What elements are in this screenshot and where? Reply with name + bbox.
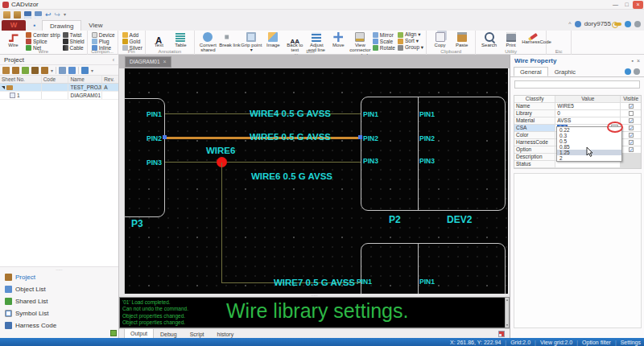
folder-icon[interactable]	[14, 11, 21, 19]
ribbon-button-gold[interactable]: Gold	[122, 38, 142, 44]
ribbon-button-break-link[interactable]: Break link	[219, 31, 241, 47]
app-menu-button[interactable]: W	[2, 20, 26, 31]
undo-icon[interactable]: ↩	[45, 11, 52, 19]
expand-icon[interactable]	[2, 86, 5, 89]
ribbon-button-print[interactable]: Print	[500, 31, 522, 47]
ribbon-button-image[interactable]: Image	[262, 31, 284, 47]
checkbox-checked[interactable]: ✓	[629, 133, 634, 138]
username[interactable]: dory9755	[584, 20, 611, 27]
open-project-icon[interactable]	[2, 67, 10, 74]
console-save-icon[interactable]	[498, 331, 505, 337]
pin-panel-icon[interactable]: ▪	[631, 58, 633, 64]
status-item-settings[interactable]: Settings	[621, 340, 641, 345]
property-row-library[interactable]: Library0	[514, 110, 641, 117]
ribbon-button-scale[interactable]: Scale	[373, 38, 395, 44]
visible-cell[interactable]: ✓	[621, 103, 641, 109]
ribbon-button-harnesscode[interactable]: HarnessCode	[522, 31, 543, 44]
ribbon-button-move[interactable]: Move	[328, 31, 349, 47]
sidebar-item-object-list[interactable]: Object List	[0, 283, 118, 295]
property-row-name[interactable]: NameWIRE5✓	[514, 103, 641, 110]
tab-graphic[interactable]: Graphic	[548, 67, 582, 76]
value-cell[interactable]	[555, 161, 621, 167]
ribbon-button-search[interactable]: Search	[478, 31, 500, 47]
ribbon-button-device[interactable]: Device	[92, 31, 115, 38]
project-row-test-project01[interactable]: TEST_PROJECT01A	[0, 84, 118, 92]
wire6-line[interactable]	[165, 162, 361, 163]
folder-icon[interactable]	[31, 67, 39, 74]
project-icon[interactable]	[12, 67, 19, 74]
sidebar-item-symbol-list[interactable]: Symbol List	[0, 307, 118, 319]
dropdown-option-0-3[interactable]: 0.3	[557, 133, 621, 138]
property-filter-input[interactable]	[514, 80, 640, 89]
ribbon-button-text[interactable]: Text	[148, 31, 170, 47]
status-item-option-filter[interactable]: Option filter	[582, 340, 611, 345]
dropdown-option-0-5[interactable]: 0.5	[557, 138, 621, 144]
ribbon-button-center-strip[interactable]: Center strip	[26, 31, 60, 38]
list-view-icon[interactable]	[59, 67, 66, 74]
checkbox-checked[interactable]: ✓	[629, 118, 634, 123]
ribbon-button-align[interactable]: Align ▾	[398, 31, 423, 38]
visible-cell[interactable]: ✓	[621, 117, 641, 124]
visible-cell[interactable]: ✓	[621, 125, 641, 131]
selection-handle[interactable]	[358, 135, 362, 139]
ribbon-button-sort[interactable]: Sort ▾	[398, 38, 423, 44]
options-icon[interactable]	[634, 68, 640, 75]
help-icon[interactable]	[625, 21, 631, 27]
save-icon[interactable]	[24, 11, 31, 19]
visible-cell[interactable]: ✓	[621, 146, 641, 153]
key-icon[interactable]	[614, 23, 621, 26]
visible-cell[interactable]	[621, 110, 641, 117]
tab-general[interactable]: General	[514, 67, 548, 76]
visible-cell[interactable]: ✓	[621, 132, 641, 138]
status-item-x[interactable]: X: 261.86, Y: 222.94	[450, 340, 501, 345]
redo-icon[interactable]: ↪	[55, 11, 61, 19]
close-panel-icon[interactable]: ×	[637, 58, 640, 64]
close-button[interactable]: ×	[633, 1, 643, 9]
collapse-panel-icon[interactable]: ‹	[113, 57, 114, 63]
sidebar-item-shared-list[interactable]: Shared List	[0, 295, 118, 307]
info-icon[interactable]	[634, 21, 641, 27]
user-menu-icon[interactable]	[81, 67, 89, 74]
left-splitter[interactable]	[119, 68, 125, 294]
sidebar-item-harness-code[interactable]: Harness Code	[0, 319, 118, 332]
caret-icon[interactable]: ▾	[64, 11, 66, 19]
tab-view[interactable]: View	[81, 20, 109, 31]
status-item-grid[interactable]: Grid:2.0	[510, 340, 530, 345]
visible-cell[interactable]: ✓	[621, 139, 641, 146]
minimize-button[interactable]: —	[610, 1, 621, 9]
document-tab-close-icon[interactable]: ×	[163, 57, 167, 67]
property-row-status[interactable]: Status	[514, 161, 641, 168]
folder-menu-icon[interactable]	[41, 67, 48, 74]
bottom-device-block[interactable]	[361, 243, 506, 294]
tab-drawing[interactable]: Drawing	[42, 20, 81, 31]
project-green-icon[interactable]	[22, 67, 29, 74]
ribbon-button-twist[interactable]: Twist	[63, 31, 85, 38]
checkbox-checked[interactable]: ✓	[629, 104, 634, 109]
collapse-ribbon-icon[interactable]: ^	[568, 21, 571, 27]
wire7-vertical-line[interactable]	[221, 163, 222, 283]
maximize-button[interactable]: □	[621, 1, 632, 9]
saveall-icon[interactable]	[35, 11, 42, 19]
checkbox-unchecked[interactable]	[629, 111, 634, 116]
pin-tab[interactable]: ▪	[27, 20, 42, 31]
value-cell[interactable]: WIRE5	[555, 103, 621, 109]
sidebar-item-project[interactable]: Project	[0, 271, 118, 283]
open-icon[interactable]	[3, 11, 10, 19]
checkbox-checked[interactable]: ✓	[629, 140, 634, 145]
refresh-icon[interactable]	[625, 68, 631, 75]
ribbon-button-copy[interactable]: Copy	[429, 31, 451, 47]
status-item-view-grid[interactable]: View grid:2.0	[540, 340, 572, 345]
diagram-canvas[interactable]: PIN1 PIN2 PIN3 P3 PIN1 PIN2 PIN3 PIN1 PI…	[125, 68, 508, 294]
ribbon-button-paste[interactable]: Paste	[451, 31, 473, 47]
visible-cell[interactable]	[621, 154, 641, 160]
ribbon-button-table[interactable]: Table	[170, 31, 192, 47]
project-row-diagram01[interactable]: 1DIAGRAM01	[0, 92, 118, 100]
visible-cell[interactable]	[621, 161, 641, 167]
ribbon-button-plug[interactable]: Plug	[92, 38, 115, 44]
ribbon-button-add[interactable]: Add	[122, 31, 142, 38]
ribbon-button-splice[interactable]: Splice	[26, 38, 60, 44]
ribbon-button-shield[interactable]: Shield	[63, 38, 85, 44]
ribbon-button-mirror[interactable]: Mirror	[373, 31, 395, 38]
window-view-icon[interactable]	[68, 67, 76, 74]
checkbox-checked[interactable]: ✓	[629, 147, 634, 152]
